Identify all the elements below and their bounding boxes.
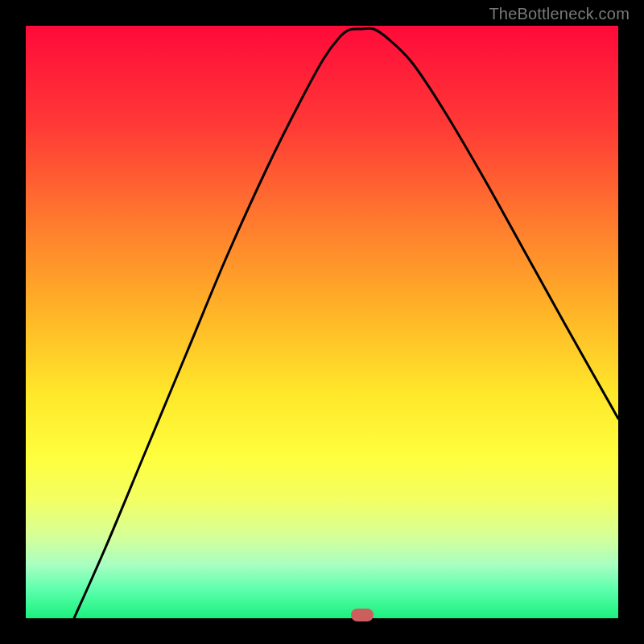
- bottleneck-curve: [26, 26, 618, 618]
- watermark-text: TheBottleneck.com: [489, 5, 630, 23]
- optimum-marker: [351, 609, 374, 621]
- plot-area: [26, 26, 618, 618]
- chart-frame: TheBottleneck.com: [0, 0, 644, 644]
